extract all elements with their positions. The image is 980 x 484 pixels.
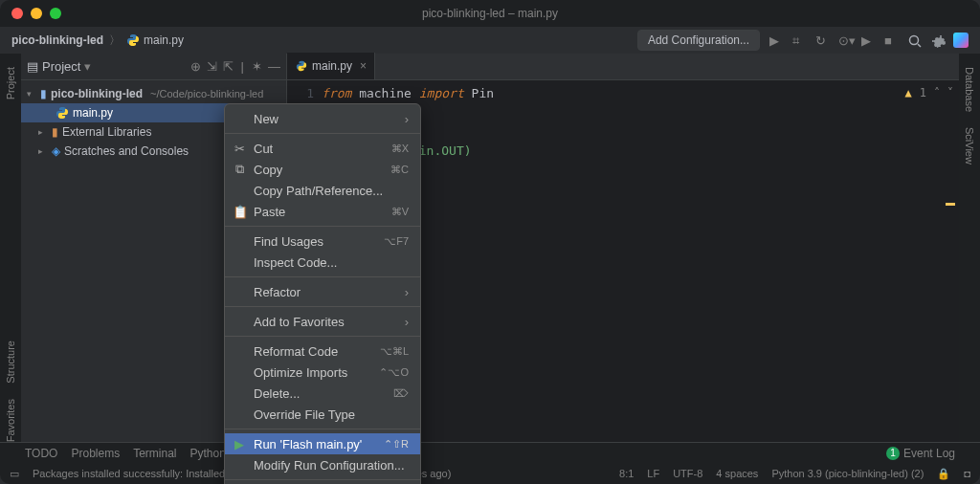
tool-todo[interactable]: TODO: [25, 447, 57, 460]
warning-count: 1: [920, 86, 926, 99]
chevron-up-icon[interactable]: ˄: [934, 86, 940, 99]
tool-problems[interactable]: Problems: [71, 447, 120, 460]
search-icon[interactable]: [907, 33, 921, 47]
sidebar-title[interactable]: Project: [42, 59, 80, 74]
menu-delete[interactable]: Delete...⌦: [225, 383, 420, 404]
status-encoding[interactable]: UTF-8: [673, 468, 702, 479]
add-configuration-button[interactable]: Add Configuration...: [637, 30, 760, 51]
folder-icon: ▮: [40, 87, 47, 100]
tool-structure-tab[interactable]: Structure: [5, 341, 16, 384]
event-log-button[interactable]: 1 Event Log: [886, 447, 955, 460]
titlebar: pico-blinking-led – main.py: [0, 0, 980, 27]
menu-add-favorites[interactable]: Add to Favorites›: [225, 311, 420, 332]
menu-override-filetype[interactable]: Override File Type: [225, 404, 420, 425]
run-anything-icon[interactable]: ▶: [861, 33, 875, 47]
dropdown-icon[interactable]: ▾: [84, 59, 91, 74]
status-message: Packages installed successfully: Install…: [33, 468, 234, 479]
tool-favorites-tab[interactable]: Favorites: [5, 399, 16, 442]
event-log-label: Event Log: [903, 447, 955, 460]
tree-root-label: pico-blinking-led: [51, 87, 143, 100]
tree-scratches-label: Scratches and Consoles: [64, 144, 189, 158]
tool-database-tab[interactable]: Database: [964, 67, 975, 112]
status-interpreter[interactable]: Python 3.9 (pico-blinking-led) (2): [771, 468, 924, 479]
run-icon[interactable]: ▶: [769, 33, 783, 47]
tab-close-icon[interactable]: ×: [360, 59, 367, 73]
menu-new[interactable]: New›: [225, 108, 420, 129]
menu-inspect-code[interactable]: Inspect Code...: [225, 252, 420, 273]
tree-root[interactable]: ▾ ▮ pico-blinking-led ~/Code/pico-blinki…: [21, 84, 286, 103]
tool-terminal[interactable]: Terminal: [133, 447, 176, 460]
editor-tab-main[interactable]: main.py ×: [287, 53, 375, 79]
settings-gear-icon[interactable]: ✶: [252, 59, 262, 74]
nav-bar: pico-blinking-led 〉 main.py Add Configur…: [0, 27, 980, 54]
menu-find-usages[interactable]: Find Usages⌥F7: [225, 231, 420, 252]
lock-icon[interactable]: 🔒: [937, 468, 950, 480]
breadcrumb[interactable]: pico-blinking-led 〉 main.py: [11, 33, 184, 49]
chevron-right-icon: ›: [405, 285, 409, 299]
status-cursor-pos[interactable]: 8:1: [619, 468, 634, 479]
status-toggle-icon[interactable]: ▭: [10, 468, 19, 480]
expand-all-icon[interactable]: ⇲: [207, 59, 217, 74]
ide-logo-icon[interactable]: [953, 33, 969, 48]
debug-icon[interactable]: ⌗: [792, 33, 806, 47]
menu-refactor[interactable]: Refactor›: [225, 281, 420, 302]
locate-icon[interactable]: ⊕: [190, 59, 201, 74]
menu-optimize-imports[interactable]: Optimize Imports⌃⌥O: [225, 362, 420, 383]
paste-icon: 📋: [233, 205, 246, 219]
context-menu[interactable]: New› ✂Cut⌘X ⧉Copy⌘C Copy Path/Reference.…: [224, 103, 421, 484]
sidebar-header: ▤ Project ▾ ⊕ ⇲ ⇱ | ✶ —: [21, 54, 286, 80]
close-window-icon[interactable]: [11, 8, 23, 19]
breadcrumb-project[interactable]: pico-blinking-led: [11, 33, 103, 47]
stop-icon[interactable]: ■: [884, 33, 898, 47]
libraries-icon: ▮: [52, 125, 58, 139]
tree-extlib-label: External Libraries: [62, 125, 151, 139]
python-file-icon: [56, 106, 69, 120]
maximize-window-icon[interactable]: [50, 8, 61, 19]
menu-modify-run-config[interactable]: Modify Run Configuration...: [225, 454, 420, 475]
breadcrumb-separator-icon: 〉: [109, 33, 121, 49]
run-icon: ▶: [233, 437, 246, 451]
profile-icon[interactable]: ⊙▾: [838, 33, 852, 47]
toolbar-right: Add Configuration... ▶ ⌗ ↻ ⊙▾ ▶ ■: [637, 30, 969, 51]
coverage-icon[interactable]: ↻: [815, 33, 829, 47]
chevron-right-icon: ›: [405, 112, 409, 126]
chevron-right-icon[interactable]: ▸: [38, 146, 48, 156]
editor-tab-bar: main.py ×: [287, 54, 959, 80]
python-file-icon: [126, 33, 140, 47]
scratches-icon: ◈: [52, 144, 60, 158]
traffic-lights: [11, 8, 61, 19]
breadcrumb-file[interactable]: main.py: [144, 33, 184, 47]
settings-icon[interactable]: [930, 33, 944, 47]
hide-icon[interactable]: —: [268, 59, 280, 74]
minimize-window-icon[interactable]: [31, 8, 42, 19]
window-title: pico-blinking-led – main.py: [422, 7, 558, 20]
tab-label: main.py: [312, 59, 352, 73]
collapse-all-icon[interactable]: ⇱: [223, 59, 234, 74]
tool-sciview-tab[interactable]: SciView: [964, 127, 975, 165]
menu-run[interactable]: ▶Run 'Flash main.py'⌃⇧R: [225, 433, 420, 454]
menu-copy[interactable]: ⧉Copy⌘C: [225, 159, 420, 180]
tool-project-tab[interactable]: Project: [5, 67, 16, 99]
status-line-ending[interactable]: LF: [647, 468, 659, 479]
project-view-icon: ▤: [27, 59, 38, 74]
code-inspection-tools: ▲ 1 ˄ ˅: [905, 86, 953, 99]
chevron-down-icon[interactable]: ˅: [947, 86, 953, 99]
menu-paste[interactable]: 📋Paste⌘V: [225, 201, 420, 222]
status-bar: ▭ Packages installed successfully: Insta…: [0, 463, 980, 484]
menu-cut[interactable]: ✂Cut⌘X: [225, 138, 420, 159]
svg-line-1: [918, 44, 921, 47]
status-indent[interactable]: 4 spaces: [716, 468, 758, 479]
scrollbar-marker-icon[interactable]: [946, 203, 955, 206]
chevron-down-icon[interactable]: ▾: [27, 89, 36, 99]
svg-point-0: [910, 36, 919, 45]
warning-icon[interactable]: ▲: [905, 86, 912, 99]
chevron-right-icon[interactable]: ▸: [38, 127, 48, 137]
memory-icon[interactable]: ◘: [964, 468, 970, 479]
right-edge-bar: Database SciView: [959, 54, 980, 442]
menu-reformat[interactable]: Reformat Code⌥⌘L: [225, 341, 420, 362]
event-badge-icon: 1: [886, 447, 900, 460]
menu-copy-path[interactable]: Copy Path/Reference...: [225, 180, 420, 201]
bottom-tool-bar: TODO Problems Terminal Python Console Py…: [0, 442, 980, 463]
copy-icon: ⧉: [233, 162, 246, 177]
tree-root-path: ~/Code/pico-blinking-led: [150, 88, 263, 99]
